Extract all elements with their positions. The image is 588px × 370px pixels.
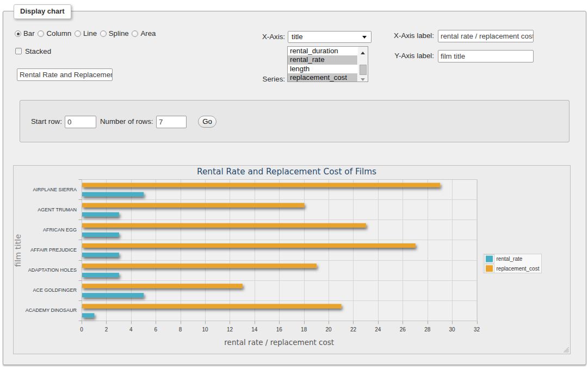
bar-rental_rate[interactable]: [82, 293, 144, 297]
x-axis-title: rental rate / replacement cost: [224, 338, 334, 347]
yaxis-label-field-label: Y-Axis label:: [380, 51, 434, 61]
go-button[interactable]: Go: [198, 116, 216, 128]
bar-replacement_cost[interactable]: [82, 183, 440, 187]
series-select-label: Series:: [231, 74, 285, 84]
xaxis-select-label: X-Axis:: [231, 32, 285, 42]
fieldset-legend: Display chart: [14, 4, 71, 19]
chart-type-radio-column[interactable]: Column: [38, 29, 71, 39]
scrollbar-thumb[interactable]: [360, 65, 367, 75]
chart-type-radio-label: Column: [46, 29, 71, 39]
x-tick-label: 30: [449, 327, 456, 333]
legend-swatch-replacement_cost[interactable]: [486, 265, 493, 272]
x-tick-label: 10: [202, 327, 208, 333]
bar-chart: AIRPLANE SIERRAAGENT TRUMANAFRICAN EGGAF…: [14, 166, 570, 354]
category-label: AFRICAN EGG: [43, 227, 77, 233]
x-tick-label: 8: [179, 327, 182, 333]
y-axis-title: film title: [14, 234, 22, 267]
radio-circle-icon[interactable]: [15, 30, 21, 37]
series-options: rental_durationrental_ratelengthreplacem…: [288, 47, 368, 82]
x-tick-label: 14: [251, 327, 258, 333]
bar-replacement_cost[interactable]: [82, 203, 304, 208]
category-label: ACADEMY DINOSAUR: [26, 308, 77, 313]
x-tick-label: 22: [350, 327, 357, 333]
bar-replacement_cost[interactable]: [82, 264, 317, 268]
xaxis-label-field-label: X-Axis label:: [380, 31, 434, 41]
category-label: AGENT TRUMAN: [38, 207, 77, 212]
xaxis-select-value: title: [292, 33, 303, 41]
chart-type-radio-spline[interactable]: Spline: [100, 29, 129, 39]
yaxis-label-input[interactable]: [438, 50, 534, 62]
x-tick-label: 26: [400, 327, 406, 333]
chart-type-radio-line[interactable]: Line: [75, 29, 97, 39]
x-tick-label: 16: [276, 327, 283, 333]
bar-replacement_cost[interactable]: [82, 304, 342, 308]
scrollbar-up-arrow-icon[interactable]: [361, 52, 365, 54]
num-rows-input[interactable]: [156, 116, 187, 128]
chart-type-radio-label: Area: [140, 29, 156, 39]
legend-label-rental_rate[interactable]: rental_rate: [497, 256, 523, 262]
bar-rental_rate[interactable]: [82, 233, 119, 237]
series-multiselect[interactable]: rental_durationrental_ratelengthreplacem…: [287, 46, 368, 82]
bar-rental_rate[interactable]: [82, 273, 119, 277]
chart-type-radio-bar[interactable]: Bar: [15, 29, 35, 39]
x-tick-label: 28: [424, 327, 431, 333]
category-label: ACE GOLDFINGER: [33, 287, 77, 293]
x-tick-label: 0: [80, 327, 83, 333]
start-row-label: Start row:: [31, 117, 62, 127]
resize-grip-icon[interactable]: [564, 347, 569, 353]
radio-circle-icon[interactable]: [75, 30, 81, 37]
x-tick-label: 24: [375, 327, 381, 333]
x-tick-label: 4: [129, 327, 133, 333]
series-list-scrollbar[interactable]: [358, 47, 368, 81]
chart-type-radio-label: Bar: [23, 29, 35, 39]
x-tick-label: 32: [474, 327, 480, 333]
scrollbar-down-arrow-icon[interactable]: [361, 78, 365, 81]
series-option[interactable]: rental_rate: [288, 55, 357, 64]
chart-title: Rental Rate and Replacement Cost of Film…: [197, 167, 376, 177]
series-option[interactable]: replacement_cost: [288, 73, 357, 82]
bar-rental_rate[interactable]: [82, 212, 119, 217]
num-rows-label: Number of rows:: [100, 117, 153, 127]
stacked-checkbox[interactable]: [15, 48, 22, 54]
series-option[interactable]: length: [288, 65, 357, 73]
xaxis-label-input[interactable]: [438, 30, 534, 42]
bar-replacement_cost[interactable]: [82, 243, 416, 248]
category-label: AIRPLANE SIERRA: [33, 187, 77, 192]
radio-circle-icon[interactable]: [38, 30, 44, 37]
chart-container: AIRPLANE SIERRAAGENT TRUMANAFRICAN EGGAF…: [13, 165, 571, 354]
bar-replacement_cost[interactable]: [82, 284, 243, 288]
select-dropdown-arrow-icon: [362, 36, 367, 39]
start-row-input[interactable]: [65, 116, 96, 128]
radio-circle-icon[interactable]: [100, 30, 107, 37]
bar-rental_rate[interactable]: [82, 313, 95, 317]
radio-circle-icon[interactable]: [132, 30, 138, 37]
x-tick-label: 18: [301, 327, 307, 333]
chart-type-radio-area[interactable]: Area: [132, 29, 156, 39]
chart-title-input[interactable]: [17, 68, 113, 81]
category-label: ADAPTATION HOLES: [28, 267, 77, 273]
bar-replacement_cost[interactable]: [82, 223, 366, 228]
legend-swatch-rental_rate[interactable]: [486, 256, 493, 262]
bar-rental_rate[interactable]: [82, 253, 119, 257]
x-tick-label: 2: [105, 327, 108, 333]
stacked-label: Stacked: [25, 47, 51, 57]
chart-type-radio-group: BarColumnLineSplineArea: [15, 29, 159, 38]
bar-rental_rate[interactable]: [82, 192, 144, 197]
legend-label-replacement_cost[interactable]: replacement_cost: [497, 266, 540, 272]
x-tick-label: 12: [227, 327, 233, 333]
xaxis-select[interactable]: title: [288, 31, 372, 43]
x-tick-label: 20: [326, 327, 332, 333]
x-tick-label: 6: [154, 327, 157, 333]
chart-type-radio-label: Spline: [109, 29, 129, 39]
page: { "fieldset_legend": "Display chart", "c…: [0, 0, 588, 370]
category-label: AFFAIR PREJUDICE: [30, 247, 77, 253]
chart-type-radio-label: Line: [83, 29, 97, 39]
series-option[interactable]: rental_duration: [288, 47, 357, 55]
